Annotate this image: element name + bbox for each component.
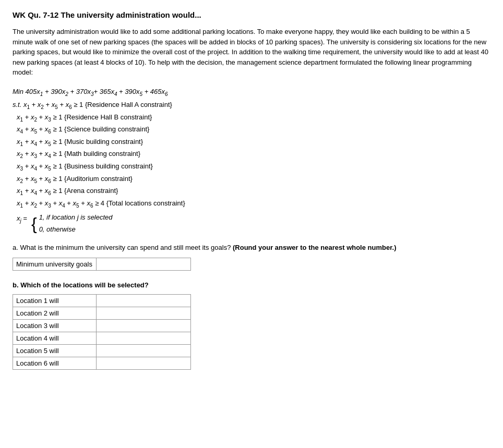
xj-line1: 1, if location j is selected xyxy=(39,212,113,223)
location-5-label: Location 5 will xyxy=(13,345,97,357)
question-a-label: a. What is the minimum the university ca… xyxy=(13,244,231,251)
location-2-input[interactable] xyxy=(100,309,187,317)
location-4-input[interactable] xyxy=(100,334,187,342)
location-5-input-cell xyxy=(97,345,191,357)
location-1-input[interactable] xyxy=(100,297,187,305)
table-row: Location 3 will xyxy=(13,320,191,332)
location-3-input-cell xyxy=(97,320,191,332)
location-3-input[interactable] xyxy=(100,322,187,330)
question-a: a. What is the minimum the university ca… xyxy=(13,243,490,253)
location-4-input-cell xyxy=(97,332,191,345)
min-goals-label: Minimum university goals xyxy=(13,258,97,271)
location-6-input-cell xyxy=(97,357,191,370)
location-6-input[interactable] xyxy=(100,359,187,367)
location-5-input[interactable] xyxy=(100,347,187,355)
question-a-bold: (Round your answer to the nearest whole … xyxy=(233,244,397,251)
table-row: Location 5 will xyxy=(13,345,191,357)
locations-table: Location 1 willLocation 2 willLocation 3… xyxy=(13,294,191,370)
location-4-label: Location 4 will xyxy=(13,332,97,345)
table-row-a: Minimum university goals xyxy=(13,258,191,271)
table-row: Location 4 will xyxy=(13,332,191,345)
question-b: b. Which of the locations will be select… xyxy=(13,281,490,289)
min-goals-input-cell xyxy=(97,258,191,271)
table-row: Location 6 will xyxy=(13,357,191,370)
location-6-label: Location 6 will xyxy=(13,357,97,370)
location-3-label: Location 3 will xyxy=(13,320,97,332)
location-2-label: Location 2 will xyxy=(13,307,97,320)
table-row: Location 2 will xyxy=(13,307,191,320)
xj-line2: 0, otherwise xyxy=(39,224,113,235)
location-2-input-cell xyxy=(97,307,191,320)
intro-paragraph: The university administration would like… xyxy=(13,27,490,78)
min-goals-input[interactable] xyxy=(100,260,187,268)
page-title: WK Qu. 7-12 The university administratio… xyxy=(13,10,490,19)
table-row: Location 1 will xyxy=(13,295,191,307)
location-1-input-cell xyxy=(97,295,191,307)
lp-model: Min 405x1 + 390x2 + 370x3+ 365x4 + 390x5… xyxy=(13,86,490,235)
location-1-label: Location 1 will xyxy=(13,295,97,307)
answer-a-table: Minimum university goals xyxy=(13,258,191,271)
